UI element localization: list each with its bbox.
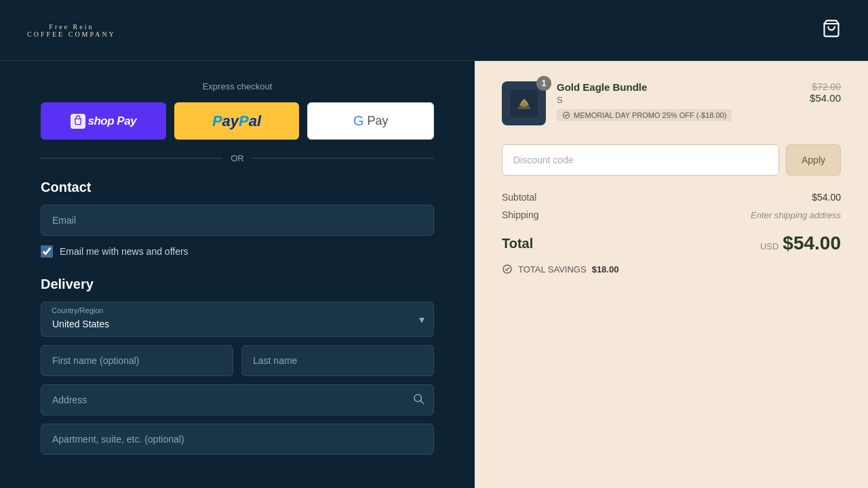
product-info: Gold Eagle Bundle S MEMORIAL DAY PROMO 2… (557, 81, 799, 122)
logo: Free Rein COFFEE COMPANY (27, 23, 116, 38)
apt-field[interactable] (41, 424, 434, 455)
promo-badge: MEMORIAL DAY PROMO 25% OFF (-$18.00) (557, 109, 732, 121)
cart-button[interactable] (822, 19, 841, 42)
country-label: Country/Region (52, 306, 103, 314)
paypal-button[interactable]: PayPal (174, 102, 300, 140)
logo-name: Free Rein (27, 23, 116, 30)
express-checkout-label: Express checkout (41, 81, 434, 92)
savings-label: TOTAL SAVINGS (518, 264, 587, 274)
contact-section: Contact Email me with news and offers (41, 180, 434, 258)
delivery-title: Delivery (41, 277, 434, 292)
paypal-logo: PayPal (212, 113, 261, 130)
first-name-field[interactable] (41, 345, 233, 376)
express-buttons: shop Pay PayPal G Pay (41, 102, 434, 140)
newsletter-checkbox[interactable] (41, 245, 53, 258)
address-wrapper (41, 384, 434, 415)
discount-input[interactable] (502, 144, 779, 176)
header: Free Rein COFFEE COMPANY (0, 0, 868, 61)
search-icon (412, 392, 425, 407)
shop-pay-text: shop Pay (88, 115, 137, 128)
savings-icon (502, 264, 513, 274)
sale-price: $54.00 (810, 92, 841, 104)
product-price: $72.00 $54.00 (810, 81, 841, 104)
shipping-value: Enter shipping address (751, 210, 841, 220)
product-size: S (557, 95, 799, 105)
total-amount: $54.00 (783, 232, 841, 254)
subtotal-value: $54.00 (812, 192, 841, 203)
total-label: Total (502, 236, 533, 251)
shipping-label: Shipping (502, 209, 539, 220)
total-value-wrapper: USD $54.00 (760, 232, 841, 254)
subtotal-label: Subtotal (502, 192, 536, 203)
or-label: OR (231, 153, 244, 163)
promo-text: MEMORIAL DAY PROMO 25% OFF (-$18.00) (574, 111, 726, 119)
main-container: Express checkout shop Pay PayPal (0, 61, 868, 488)
discount-row: Apply (502, 144, 841, 176)
newsletter-row: Email me with news and offers (41, 245, 434, 258)
left-panel: Express checkout shop Pay PayPal (0, 61, 475, 488)
gpay-logo: G Pay (353, 113, 389, 129)
original-price: $72.00 (810, 81, 841, 92)
email-field[interactable] (41, 205, 434, 236)
svg-line-3 (420, 401, 423, 403)
delivery-section: Delivery Country/Region United States Ca… (41, 277, 434, 455)
right-panel: 1 Gold Eagle Bundle S MEMORIAL DAY PROMO… (475, 61, 868, 488)
newsletter-label: Email me with news and offers (60, 246, 189, 257)
shipping-row: Shipping Enter shipping address (502, 209, 841, 220)
shop-pay-button[interactable]: shop Pay (41, 102, 166, 140)
savings-row: TOTAL SAVINGS $18.00 (502, 264, 841, 274)
gpay-text: Pay (367, 114, 388, 128)
subtotal-row: Subtotal $54.00 (502, 192, 841, 203)
shop-pay-logo: shop Pay (71, 114, 137, 129)
total-row: Total USD $54.00 (502, 230, 841, 254)
last-name-field[interactable] (241, 345, 434, 376)
or-divider: OR (41, 153, 434, 163)
svg-point-5 (521, 100, 528, 107)
contact-title: Contact (41, 180, 434, 195)
apply-button[interactable]: Apply (786, 144, 841, 176)
address-field[interactable] (41, 384, 434, 415)
order-item: 1 Gold Eagle Bundle S MEMORIAL DAY PROMO… (502, 81, 841, 125)
logo-subtitle: COFFEE COMPANY (27, 30, 116, 38)
product-name: Gold Eagle Bundle (557, 81, 799, 93)
quantity-badge: 1 (536, 76, 551, 91)
product-image-wrapper: 1 (502, 81, 546, 125)
total-currency: USD (760, 241, 778, 251)
savings-amount: $18.00 (592, 264, 619, 274)
country-wrapper: Country/Region United States Canada Unit… (41, 302, 434, 337)
name-row (41, 345, 434, 376)
gpay-button[interactable]: G Pay (307, 102, 434, 140)
